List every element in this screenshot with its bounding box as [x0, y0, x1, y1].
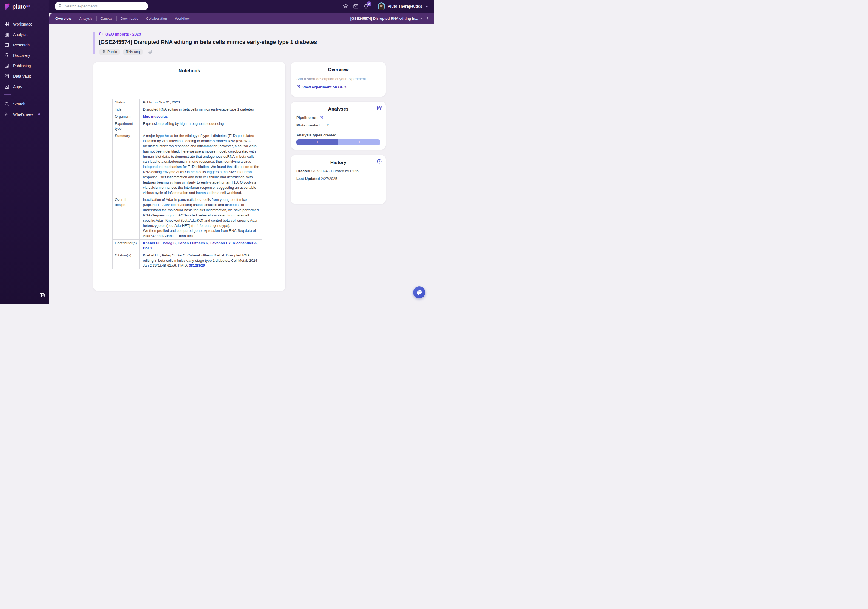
- row-value: Mus musculus: [140, 113, 262, 120]
- whatsnew-icon: [4, 112, 9, 117]
- value-text: Public on Nov 01, 2023: [143, 100, 180, 104]
- analysis-type-segment-2[interactable]: 1: [338, 139, 380, 145]
- sidebar-item-research[interactable]: Research: [0, 40, 50, 50]
- description-placeholder[interactable]: Add a short description of your experime…: [296, 77, 380, 81]
- sidebar-collapse-button[interactable]: [39, 292, 45, 298]
- experiment-selector-label: [GSE245574] Disrupted RNA editing in...: [350, 17, 418, 20]
- folder-icon: [99, 31, 103, 37]
- value-link[interactable]: Klochendler A: [233, 241, 257, 245]
- row-label: Title: [113, 106, 140, 113]
- notebook-card: Notebook StatusPublic on Nov 01, 2023Tit…: [93, 62, 285, 291]
- messages-button[interactable]: [353, 3, 359, 9]
- row-value: Inactivation of Adar in pancreatic beta-…: [140, 196, 262, 240]
- analysis-type-segment-1[interactable]: 1: [296, 139, 338, 145]
- geo-metadata-table: StatusPublic on Nov 01, 2023TitleDisrupt…: [112, 99, 262, 269]
- tab-downloads[interactable]: Downloads: [116, 16, 142, 22]
- value-link[interactable]: Knebel UE: [143, 241, 161, 245]
- chat-widget-button[interactable]: [413, 286, 425, 298]
- notebook-title: Notebook: [93, 68, 285, 73]
- value-text: A major hypothesis for the etiology of t…: [143, 134, 259, 194]
- sidebar-item-label: Data Vault: [13, 74, 31, 78]
- sidebar-item-label: Discovery: [13, 53, 30, 57]
- pipeline-external-link-icon[interactable]: [319, 115, 324, 120]
- value-link[interactable]: Mus musculus: [143, 114, 167, 118]
- sidebar-item-label: Apps: [13, 84, 22, 89]
- value-link[interactable]: Cohen-Fultheim R: [178, 241, 208, 245]
- sidebar-item-analysis[interactable]: Analysis: [0, 30, 50, 40]
- value-link[interactable]: Peleg S: [163, 241, 176, 245]
- sidebar-item-publishing[interactable]: Publishing: [0, 61, 50, 71]
- new-indicator-dot: [38, 113, 40, 115]
- value-text: Inactivation of Adar in pancreatic beta-…: [143, 197, 259, 238]
- analysis-icon: [4, 32, 9, 37]
- value-text: ,: [257, 241, 258, 245]
- row-value: Knebel UE, Peleg S, Cohen-Fultheim R, Le…: [140, 240, 262, 252]
- plots-created-label: Plots created: [296, 123, 320, 127]
- topbar-actions: 2 Pluto Therapeutics: [343, 0, 429, 12]
- breadcrumb[interactable]: GEO imports - 2023: [99, 31, 317, 37]
- sidebar-item-workspace[interactable]: Workspace: [0, 19, 50, 30]
- sidebar-item-label: What's new: [13, 112, 33, 117]
- tab-overview[interactable]: Overview: [51, 16, 75, 22]
- row-label: Experiment type: [113, 120, 140, 132]
- analyses-card: Analyses Pipeline run Plots created 2 An…: [291, 101, 386, 149]
- value-link[interactable]: Dor Y: [143, 246, 152, 250]
- sidebar-item-search[interactable]: Search: [0, 99, 50, 109]
- research-icon: [4, 42, 9, 48]
- table-row: Experiment typeExpression profiling by h…: [113, 120, 262, 132]
- plots-created-value: 2: [327, 123, 329, 127]
- breadcrumb-label: GEO imports - 2023: [105, 32, 141, 36]
- chat-bubbles-icon: [415, 289, 423, 296]
- search-box[interactable]: [55, 2, 148, 11]
- topbar: 2 Pluto Therapeutics: [50, 0, 434, 12]
- search-input[interactable]: [65, 4, 145, 8]
- history-card-title: History: [296, 160, 380, 165]
- account-menu[interactable]: Pluto Therapeutics: [378, 3, 429, 10]
- row-label: Organism: [113, 113, 140, 120]
- discovery-icon: [4, 53, 9, 58]
- dropdown-triangle-icon: [419, 17, 423, 20]
- experiment-selector[interactable]: [GSE245574] Disrupted RNA editing in...: [350, 17, 423, 20]
- history-updated-line: Last Updated 2/27/2025: [296, 177, 380, 181]
- sidebar-item-label: Analysis: [13, 33, 28, 37]
- value-text: Disrupted RNA editing in beta cells mimi…: [143, 107, 254, 111]
- main-content: GEO imports - 2023 [GSE245574] Disrupted…: [50, 25, 434, 304]
- pluto-logo[interactable]: plutobio: [0, 0, 50, 10]
- mouse-icon: [147, 49, 153, 55]
- table-row: OrganismMus musculus: [113, 113, 262, 120]
- page-title: [GSE245574] Disrupted RNA editing in bet…: [99, 39, 317, 45]
- clock-icon: [377, 158, 382, 164]
- value-text: ,: [161, 241, 163, 245]
- tab-analysis[interactable]: Analysis: [75, 16, 96, 22]
- updated-value: 2/27/2025: [320, 177, 338, 181]
- value-link[interactable]: 38128529: [189, 263, 205, 267]
- apps-icon: [4, 84, 9, 89]
- sidebar-item-data-vault[interactable]: Data Vault: [0, 71, 50, 81]
- tab-canvas[interactable]: Canvas: [96, 16, 116, 22]
- badge-rna-seq: RNA-seq: [122, 49, 143, 55]
- value-text: ,: [176, 241, 178, 245]
- academy-button[interactable]: [343, 3, 349, 9]
- notifications-button[interactable]: 2: [363, 3, 369, 9]
- sidebar-item-what-s-new[interactable]: What's new: [0, 109, 50, 120]
- search-icon: [58, 3, 62, 9]
- sidebar-item-apps[interactable]: Apps: [0, 81, 50, 92]
- table-row: Overall designInactivation of Adar in pa…: [113, 196, 262, 240]
- pipeline-run-row: Pipeline run: [296, 115, 380, 120]
- value-link[interactable]: Levanon EY: [210, 241, 231, 245]
- sidebar-item-label: Research: [13, 43, 29, 47]
- tab-collaboration[interactable]: Collaboration: [142, 16, 171, 22]
- add-analysis-icon[interactable]: [377, 105, 382, 111]
- tab-workflow[interactable]: Workflow: [171, 16, 193, 22]
- analyses-card-title: Analyses: [296, 106, 380, 112]
- sidebar-item-label: Search: [13, 102, 25, 106]
- app-window: plutobio WorkspaceAnalysisResearchDiscov…: [0, 0, 434, 304]
- analysis-types-bar: 11: [296, 139, 380, 145]
- table-row: Citation(s)Knebel UE, Peleg S, Dai C, Co…: [113, 252, 262, 269]
- sidebar: plutobio WorkspaceAnalysisResearchDiscov…: [0, 0, 50, 304]
- view-on-geo-link[interactable]: View experiment on GEO: [296, 84, 380, 89]
- avatar: [378, 3, 385, 10]
- sidebar-item-discovery[interactable]: Discovery: [0, 50, 50, 61]
- row-label: Summary: [113, 132, 140, 196]
- more-options-button[interactable]: [425, 16, 430, 21]
